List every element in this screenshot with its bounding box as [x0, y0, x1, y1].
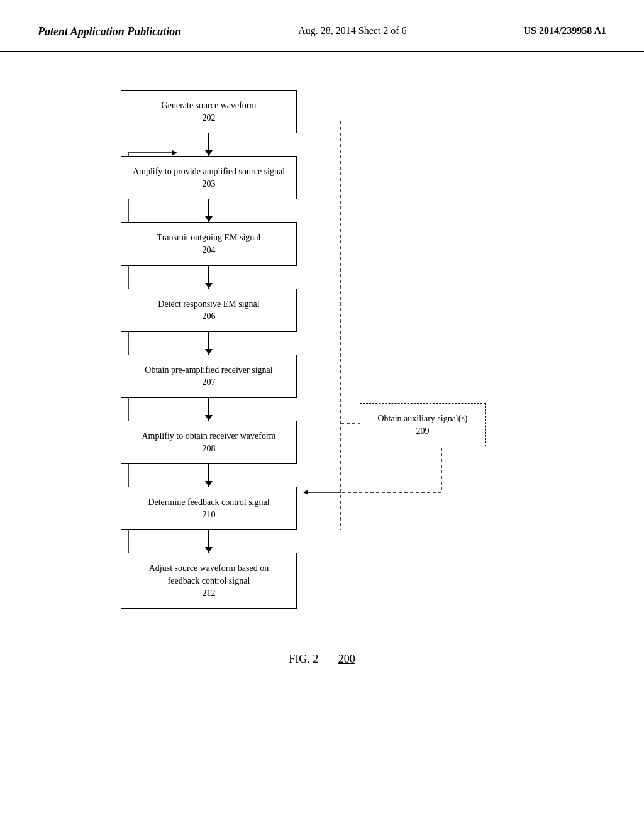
- patent-number-label: US 2014/239958 A1: [523, 25, 606, 36]
- box-202: Generate source waveform 202: [121, 90, 297, 133]
- box-204-line1: Transmit outgoing EM signal: [129, 231, 289, 244]
- box-202-line2: 202: [129, 112, 289, 124]
- arrow-206-207: [208, 332, 209, 355]
- box-208: Amplifiy to obtain receiver waveform 208: [121, 421, 297, 464]
- publication-label: Patent Application Publication: [38, 25, 181, 38]
- box-209: Obtain auxiliary signal(s) 209: [360, 403, 486, 446]
- figure-ref: 200: [338, 653, 355, 665]
- box-212-line2: 212: [129, 587, 289, 600]
- box-202-line1: Generate source waveform: [129, 99, 289, 112]
- box-204: Transmit outgoing EM signal 204: [121, 222, 297, 265]
- box-203-line2: 203: [129, 178, 289, 191]
- box-212: Adjust source waveform based onfeedback …: [121, 553, 297, 609]
- box-207: Obtain pre-amplified receiver signal 207: [121, 355, 297, 398]
- box-203: Amplify to provide amplified source sign…: [121, 156, 297, 199]
- box-212-line1: Adjust source waveform based onfeedback …: [129, 562, 289, 587]
- box-204-line2: 204: [129, 244, 289, 257]
- date-sheet-label: Aug. 28, 2014 Sheet 2 of 6: [298, 25, 406, 36]
- box-210-line1: Determine feedback control signal: [129, 496, 289, 509]
- box-203-line1: Amplify to provide amplified source sign…: [129, 165, 289, 178]
- box-208-line1: Amplifiy to obtain receiver waveform: [129, 430, 289, 443]
- arrow-208-210: [208, 464, 209, 487]
- arrow-202-203: [208, 133, 209, 156]
- arrow-204-206: [208, 266, 209, 289]
- box-207-line1: Obtain pre-amplified receiver signal: [129, 364, 289, 377]
- box-206-line1: Detect responsive EM signal: [129, 298, 289, 311]
- page-header: Patent Application Publication Aug. 28, …: [0, 0, 644, 52]
- box-206: Detect responsive EM signal 206: [121, 289, 297, 332]
- box-209-wrapper: Obtain auxiliary signal(s) 209: [360, 403, 486, 446]
- figure-caption: FIG. 2 200: [0, 653, 644, 666]
- arrow-203-204: [208, 199, 209, 222]
- box-209-line1: Obtain auxiliary signal(s): [368, 412, 477, 425]
- arrow-210-212: [208, 530, 209, 553]
- box-210-line2: 210: [129, 509, 289, 521]
- arrow-207-208: [208, 398, 209, 421]
- flowchart-left: Generate source waveform 202 Amplify to …: [121, 90, 297, 609]
- box-206-line2: 206: [129, 310, 289, 323]
- main-content: Generate source waveform 202 Amplify to …: [0, 52, 644, 634]
- box-208-line2: 208: [129, 443, 289, 455]
- svg-marker-3: [303, 490, 308, 495]
- box-210: Determine feedback control signal 210: [121, 487, 297, 530]
- flowchart-wrapper: Generate source waveform 202 Amplify to …: [70, 90, 574, 609]
- box-209-line2: 209: [368, 425, 477, 438]
- box-207-line2: 207: [129, 376, 289, 389]
- figure-label: FIG. 2: [289, 653, 318, 665]
